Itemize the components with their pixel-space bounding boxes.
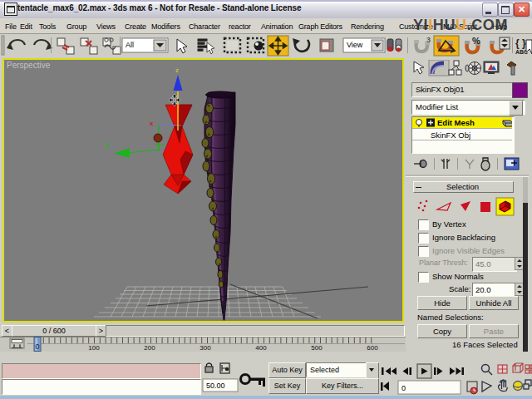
svg-text:400: 400 xyxy=(255,344,267,352)
svg-text:300: 300 xyxy=(200,344,211,352)
svg-text:0: 0 xyxy=(401,384,406,392)
svg-text:y: y xyxy=(106,140,110,148)
svg-text:600: 600 xyxy=(367,344,378,352)
svg-text:{ }: { } xyxy=(515,37,526,49)
svg-text:3: 3 xyxy=(426,36,431,44)
svg-text:50.00: 50.00 xyxy=(206,382,225,390)
svg-text:View: View xyxy=(347,41,363,49)
svg-text:200: 200 xyxy=(144,344,155,352)
svg-text:x: x xyxy=(150,120,154,127)
svg-text:500: 500 xyxy=(311,344,323,352)
svg-text:0: 0 xyxy=(35,342,39,351)
svg-text:z: z xyxy=(175,66,179,74)
svg-text:100: 100 xyxy=(88,344,100,352)
svg-text:%: % xyxy=(472,36,480,46)
svg-text:All: All xyxy=(126,41,134,49)
